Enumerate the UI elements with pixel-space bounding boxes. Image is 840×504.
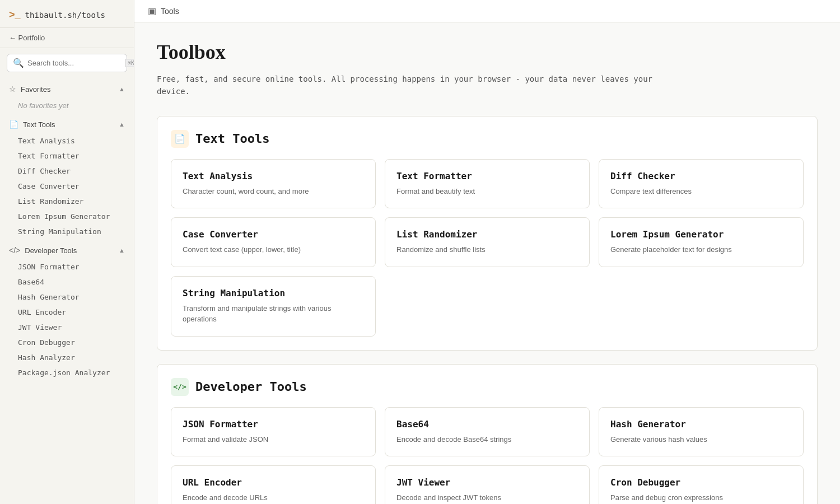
dev-tools-grid: JSON Formatter Format and validate JSON … (171, 407, 804, 504)
sidebar-item-string-manipulation[interactable]: String Manipulation (0, 224, 134, 239)
sidebar-item-case-converter[interactable]: Case Converter (0, 179, 134, 194)
tool-title-jwt-viewer: JWT Viewer (396, 477, 578, 488)
tool-title-hash-generator: Hash Generator (610, 419, 792, 430)
dev-tools-category: </> Developer Tools JSON Formatter Forma… (157, 364, 818, 504)
tool-desc-list-randomizer: Randomize and shuffle lists (396, 244, 578, 255)
text-tools-chevron: ▲ (119, 121, 125, 128)
text-tools-category: 📄 Text Tools Text Analysis Character cou… (157, 116, 818, 351)
tool-desc-string-manipulation: Transform and manipulate strings with va… (183, 303, 364, 325)
topbar: ▣ Tools (134, 0, 840, 22)
tool-card-hash-generator[interactable]: Hash Generator Generate various hash val… (599, 407, 804, 457)
tool-card-lorem-ipsum[interactable]: Lorem Ipsum Generator Generate placehold… (599, 217, 804, 267)
sidebar-item-jwt-viewer[interactable]: JWT Viewer (0, 320, 134, 335)
text-tools-title: 📄 Text Tools (9, 120, 55, 129)
search-kbd: ⌘K (125, 59, 134, 67)
favorites-header[interactable]: ☆ Favorites ▲ (0, 80, 134, 98)
tool-title-url-encoder: URL Encoder (183, 477, 364, 488)
tool-desc-diff-checker: Compare text differences (610, 186, 792, 197)
tool-desc-text-analysis: Character count, word count, and more (183, 186, 364, 197)
sidebar-logo[interactable]: >_ thibault.sh/tools (0, 0, 134, 28)
sidebar-item-hash-analyzer[interactable]: Hash Analyzer (0, 350, 134, 365)
tool-desc-text-formatter: Format and beautify text (396, 186, 578, 197)
tool-desc-url-encoder: Encode and decode URLs (183, 492, 364, 503)
dev-tools-header[interactable]: </> Developer Tools ▲ (0, 241, 134, 259)
page-title: Toolbox (157, 40, 818, 64)
sidebar-logo-text: thibault.sh/tools (25, 11, 105, 20)
sidebar-item-url-encoder[interactable]: URL Encoder (0, 305, 134, 320)
tool-desc-hash-generator: Generate various hash values (610, 434, 792, 445)
sidebar-item-text-formatter[interactable]: Text Formatter (0, 148, 134, 164)
code-icon: </> (9, 246, 20, 255)
dev-tools-category-icon: </> (171, 378, 189, 396)
sidebar-item-hash-generator[interactable]: Hash Generator (0, 290, 134, 305)
tool-title-diff-checker: Diff Checker (610, 171, 792, 181)
sidebar-item-lorem-ipsum[interactable]: Lorem Ipsum Generator (0, 209, 134, 224)
page-description: Free, fast, and secure online tools. All… (157, 73, 661, 98)
tool-card-url-encoder[interactable]: URL Encoder Encode and decode URLs (171, 465, 376, 504)
tool-card-case-converter[interactable]: Case Converter Convert text case (upper,… (171, 217, 376, 267)
content-area: Toolbox Free, fast, and secure online to… (134, 22, 840, 504)
dev-tools-category-title: Developer Tools (195, 380, 307, 394)
favorites-chevron: ▲ (119, 86, 125, 92)
text-tools-label: Text Tools (23, 120, 55, 129)
tool-card-base64[interactable]: Base64 Encode and decode Base64 strings (385, 407, 590, 457)
tool-title-base64: Base64 (396, 419, 578, 430)
text-tools-category-icon: 📄 (171, 130, 189, 148)
text-tools-category-title: Text Tools (195, 132, 269, 146)
document-icon: 📄 (9, 120, 18, 129)
tool-card-json-formatter[interactable]: JSON Formatter Format and validate JSON (171, 407, 376, 457)
tool-title-list-randomizer: List Randomizer (396, 229, 578, 240)
dev-tools-section: </> Developer Tools ▲ JSON Formatter Bas… (0, 241, 134, 380)
dev-tools-chevron: ▲ (119, 247, 125, 254)
sidebar: >_ thibault.sh/tools ← Portfolio 🔍 ⌘K ☆ … (0, 0, 134, 504)
topbar-icon: ▣ (148, 6, 156, 16)
tool-card-cron-debugger[interactable]: Cron Debugger Parse and debug cron expre… (599, 465, 804, 504)
tool-title-text-analysis: Text Analysis (183, 171, 364, 181)
text-tools-grid: Text Analysis Character count, word coun… (171, 159, 804, 337)
tool-title-string-manipulation: String Manipulation (183, 288, 364, 298)
tool-desc-cron-debugger: Parse and debug cron expressions (610, 492, 792, 503)
favorites-section: ☆ Favorites ▲ No favorites yet (0, 80, 134, 113)
topbar-title: Tools (161, 7, 179, 16)
favorites-title: ☆ Favorites (9, 85, 50, 94)
main-content: ▣ Tools Toolbox Free, fast, and secure o… (134, 0, 840, 504)
sidebar-item-list-randomizer[interactable]: List Randomizer (0, 194, 134, 209)
portfolio-link[interactable]: ← Portfolio (0, 28, 134, 48)
no-favorites-text: No favorites yet (0, 98, 134, 113)
tool-card-text-formatter[interactable]: Text Formatter Format and beautify text (385, 159, 590, 209)
text-tools-category-header: 📄 Text Tools (171, 130, 804, 148)
tool-title-lorem-ipsum: Lorem Ipsum Generator (610, 229, 792, 240)
tool-card-diff-checker[interactable]: Diff Checker Compare text differences (599, 159, 804, 209)
terminal-icon: >_ (9, 9, 21, 21)
sidebar-item-cron-debugger[interactable]: Cron Debugger (0, 335, 134, 350)
star-icon: ☆ (9, 85, 16, 94)
tool-title-text-formatter: Text Formatter (396, 171, 578, 181)
text-tools-header[interactable]: 📄 Text Tools ▲ (0, 115, 134, 133)
sidebar-item-text-analysis[interactable]: Text Analysis (0, 133, 134, 148)
sidebar-item-diff-checker[interactable]: Diff Checker (0, 164, 134, 179)
search-input[interactable] (27, 59, 122, 67)
sidebar-item-json-formatter[interactable]: JSON Formatter (0, 259, 134, 274)
tool-desc-json-formatter: Format and validate JSON (183, 434, 364, 445)
tool-desc-case-converter: Convert text case (upper, lower, title) (183, 244, 364, 255)
text-tools-section: 📄 Text Tools ▲ Text Analysis Text Format… (0, 115, 134, 239)
sidebar-item-base64[interactable]: Base64 (0, 274, 134, 290)
tool-title-cron-debugger: Cron Debugger (610, 477, 792, 488)
tool-desc-jwt-viewer: Decode and inspect JWT tokens (396, 492, 578, 503)
tool-card-list-randomizer[interactable]: List Randomizer Randomize and shuffle li… (385, 217, 590, 267)
dev-tools-title: </> Developer Tools (9, 246, 77, 255)
favorites-label: Favorites (21, 85, 50, 94)
dev-tools-category-header: </> Developer Tools (171, 378, 804, 396)
tool-card-text-analysis[interactable]: Text Analysis Character count, word coun… (171, 159, 376, 209)
tool-title-json-formatter: JSON Formatter (183, 419, 364, 430)
tool-title-case-converter: Case Converter (183, 229, 364, 240)
tool-desc-base64: Encode and decode Base64 strings (396, 434, 578, 445)
tool-card-string-manipulation[interactable]: String Manipulation Transform and manipu… (171, 276, 376, 337)
search-icon: 🔍 (13, 58, 24, 68)
sidebar-item-package-json[interactable]: Package.json Analyzer (0, 365, 134, 380)
tool-desc-lorem-ipsum: Generate placeholder text for designs (610, 244, 792, 255)
dev-tools-label: Developer Tools (25, 246, 77, 255)
tool-card-jwt-viewer[interactable]: JWT Viewer Decode and inspect JWT tokens (385, 465, 590, 504)
search-bar[interactable]: 🔍 ⌘K (7, 54, 127, 72)
